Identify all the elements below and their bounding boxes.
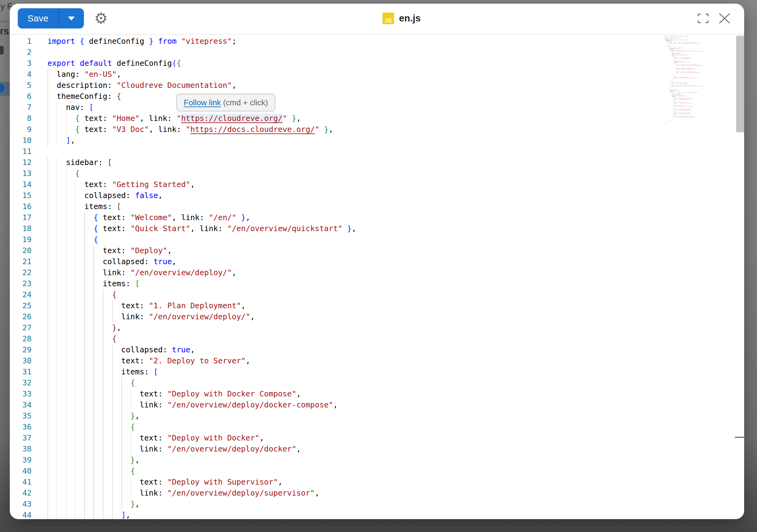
code-line[interactable]: 32 { [10,377,662,388]
save-options-button[interactable] [59,8,84,28]
line-number: 30 [10,355,32,367]
code-line[interactable]: 9 { text: "V3 Doc", link: "https://docs.… [10,124,662,135]
line-number: 13 [10,168,32,179]
code-line[interactable]: 41 text: "Deploy with Supervisor", [10,477,662,488]
code-line[interactable]: 3export default defineConfig({ [10,58,662,69]
line-number: 16 [10,201,32,212]
code-line[interactable]: 4 lang: "en-US", [10,69,662,80]
code-line[interactable]: 23 items: [ [10,278,662,289]
code-line[interactable]: 11 [10,146,662,157]
save-button[interactable]: Save [18,8,58,28]
background-button-fragment [0,46,4,54]
code-line[interactable]: 5 description: "Cloudreve Documentation"… [10,80,662,91]
close-icon [719,13,730,24]
line-number: 6 [10,91,32,102]
code-line[interactable]: 19 { [10,234,662,245]
minimap-content: import { defineConfig } from "vitepress"… [664,36,722,125]
code-line[interactable]: 18 { text: "Quick Start", link: "/en/ove… [10,223,662,234]
line-number: 7 [10,102,32,113]
code-line[interactable]: 8 { text: "Home", link: "https://cloudre… [10,113,662,124]
code-line[interactable]: 15 collapsed: false, [10,190,662,201]
line-number: 32 [10,377,32,388]
link-hover-tooltip: Follow link (cmd + click) [176,94,275,111]
line-number: 3 [10,58,32,69]
line-number: 18 [10,223,32,234]
line-number: 17 [10,212,32,223]
dialog-title: en.js [399,13,421,24]
line-number: 34 [10,399,32,410]
code-line[interactable]: 7 nav: [ [10,102,662,113]
background-sidebar-text: rs [0,26,9,37]
line-number: 5 [10,80,32,91]
background-divider [0,21,10,22]
line-number: 26 [10,311,32,322]
settings-button[interactable]: ⚙ [92,9,110,28]
minimap[interactable]: import { defineConfig } from "vitepress"… [664,36,741,180]
line-number: 19 [10,234,32,245]
code-line[interactable]: 14 text: "Getting Started", [10,179,662,190]
code-line[interactable]: 12 sidebar: [ [10,157,662,168]
code-line[interactable]: 27 }, [10,322,662,333]
code-line[interactable]: 42 link: "/en/overview/deploy/supervisor… [10,488,662,499]
javascript-file-icon: JS [382,13,394,24]
line-number: 14 [10,179,32,190]
line-number: 21 [10,256,32,267]
code-line[interactable]: 37 text: "Deploy with Docker", [10,432,662,444]
code-lines: 1import { defineConfig } from "vitepress… [10,36,662,519]
line-number: 33 [10,388,32,399]
code-line[interactable]: 1import { defineConfig } from "vitepress… [10,36,662,47]
line-number: 37 [10,432,32,444]
code-line[interactable]: 16 items: [ [10,201,662,212]
follow-link-action[interactable]: Follow link [184,98,221,107]
fullscreen-button[interactable] [696,11,711,26]
code-line[interactable]: 30 text: "2. Deploy to Server", [10,355,662,367]
code-line[interactable]: 33 text: "Deploy with Docker Compose", [10,388,662,399]
code-line[interactable]: 44 ], [10,510,662,519]
code-line[interactable]: 31 items: [ [10,367,662,377]
line-number: 39 [10,455,32,465]
line-number: 38 [10,444,32,455]
code-line[interactable]: 34 link: "/en/overview/deploy/docker-com… [10,399,662,410]
code-line[interactable]: 43 }, [10,499,662,510]
line-number: 15 [10,190,32,201]
code-line[interactable]: 39 }, [10,455,662,465]
line-number: 44 [10,510,32,519]
line-number: 43 [10,499,32,510]
code-line[interactable]: 13 { [10,168,662,179]
line-number: 22 [10,267,32,278]
code-editor-dialog: Save ⚙ JS en.js [10,4,744,519]
code-line[interactable]: 17 { text: "Welcome", link: "/en/" }, [10,212,662,223]
tooltip-hint: (cmd + click) [221,98,268,107]
code-line[interactable]: 38 link: "/en/overview/deploy/docker", [10,444,662,455]
gear-icon: ⚙ [94,10,108,27]
code-line[interactable]: 29 collapsed: true, [10,344,662,355]
line-number: 11 [10,146,32,157]
code-line[interactable]: 22 link: "/en/overview/deploy/", [10,267,662,278]
code-editor[interactable]: 1import { defineConfig } from "vitepress… [10,35,744,519]
line-number: 36 [10,422,32,432]
code-line[interactable]: 2 [10,47,662,58]
file-title-group: JS en.js [382,12,421,25]
code-line[interactable]: 28 { [10,333,662,344]
close-button[interactable] [717,11,732,26]
line-number: 40 [10,465,32,477]
line-number: 35 [10,410,32,422]
code-line[interactable]: 21 collapsed: true, [10,256,662,267]
code-line[interactable]: 6 themeConfig: { [10,91,662,102]
vertical-scrollbar-thumb[interactable] [736,36,744,132]
line-number: 41 [10,477,32,488]
code-line[interactable]: 35 }, [10,410,662,422]
code-line[interactable]: 10 ], [10,135,662,146]
line-number: 28 [10,333,32,344]
line-number: 9 [10,124,32,135]
code-line[interactable]: 26 link: "/en/overview/deploy/", [10,311,662,322]
chevron-down-icon [68,16,75,20]
code-line[interactable]: 20 text: "Deploy", [10,245,662,256]
code-line[interactable]: 25 text: "1. Plan Deployment", [10,300,662,311]
line-number: 10 [10,135,32,146]
fullscreen-icon [698,14,709,23]
line-number: 31 [10,367,32,377]
code-line[interactable]: 40 { [10,465,662,477]
code-line[interactable]: 36 { [10,422,662,432]
code-line[interactable]: 24 { [10,289,662,300]
